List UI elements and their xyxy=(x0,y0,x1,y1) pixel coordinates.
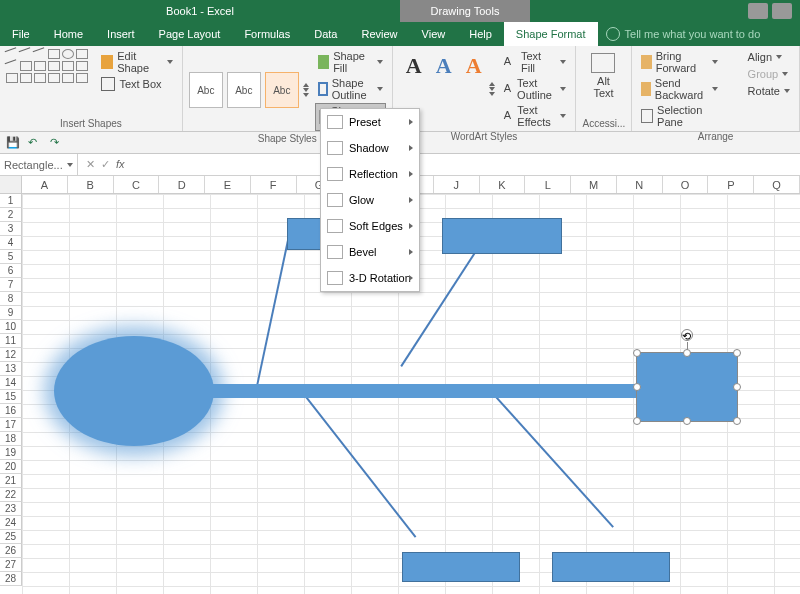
menu-item-drotation[interactable]: 3-D Rotation xyxy=(321,265,419,291)
edit-shape-button[interactable]: Edit Shape xyxy=(98,49,175,75)
tab-view[interactable]: View xyxy=(410,22,458,46)
tab-insert[interactable]: Insert xyxy=(95,22,147,46)
rectangle-shape[interactable] xyxy=(442,218,562,254)
row-header[interactable]: 2 xyxy=(0,208,22,222)
menu-item-reflection[interactable]: Reflection xyxy=(321,161,419,187)
row-header[interactable]: 11 xyxy=(0,334,22,348)
row-header[interactable]: 27 xyxy=(0,558,22,572)
selection-pane-button[interactable]: Selection Pane xyxy=(638,103,720,129)
shape-fill-button[interactable]: Shape Fill xyxy=(315,49,386,75)
tab-help[interactable]: Help xyxy=(457,22,504,46)
row-headers[interactable]: 1234567891011121314151617181920212223242… xyxy=(0,194,22,586)
menu-item-bevel[interactable]: Bevel xyxy=(321,239,419,265)
column-header[interactable]: L xyxy=(525,176,571,193)
column-header[interactable]: O xyxy=(663,176,709,193)
connector-line[interactable] xyxy=(256,226,292,388)
group-button[interactable]: Group xyxy=(727,66,793,82)
column-header[interactable]: C xyxy=(114,176,160,193)
tell-me-search[interactable]: Tell me what you want to do xyxy=(625,28,761,40)
align-button[interactable]: Align xyxy=(727,49,793,65)
column-header[interactable]: Q xyxy=(754,176,800,193)
row-header[interactable]: 19 xyxy=(0,446,22,460)
column-header[interactable]: A xyxy=(22,176,68,193)
resize-handle[interactable] xyxy=(683,417,691,425)
column-header[interactable]: E xyxy=(205,176,251,193)
row-header[interactable]: 7 xyxy=(0,278,22,292)
resize-handle[interactable] xyxy=(733,349,741,357)
row-header[interactable]: 28 xyxy=(0,572,22,586)
menu-item-softedges[interactable]: Soft Edges xyxy=(321,213,419,239)
user-avatar[interactable] xyxy=(772,3,792,19)
text-fill-button[interactable]: AText Fill xyxy=(501,49,570,75)
resize-handle[interactable] xyxy=(683,349,691,357)
text-effects-button[interactable]: AText Effects xyxy=(501,103,570,129)
row-header[interactable]: 26 xyxy=(0,544,22,558)
tab-file[interactable]: File xyxy=(0,22,42,46)
row-header[interactable]: 3 xyxy=(0,222,22,236)
resize-handle[interactable] xyxy=(633,383,641,391)
tab-formulas[interactable]: Formulas xyxy=(232,22,302,46)
menu-item-preset[interactable]: Preset xyxy=(321,109,419,135)
menu-item-shadow[interactable]: Shadow xyxy=(321,135,419,161)
tab-home[interactable]: Home xyxy=(42,22,95,46)
column-header[interactable]: M xyxy=(571,176,617,193)
row-header[interactable]: 12 xyxy=(0,348,22,362)
row-header[interactable]: 21 xyxy=(0,474,22,488)
style-preset[interactable]: Abc xyxy=(189,72,223,108)
send-backward-button[interactable]: Send Backward xyxy=(638,76,720,102)
column-header[interactable]: D xyxy=(159,176,205,193)
tab-page-layout[interactable]: Page Layout xyxy=(147,22,233,46)
ellipse-shape[interactable] xyxy=(54,336,214,446)
user-avatar[interactable] xyxy=(748,3,768,19)
row-header[interactable]: 18 xyxy=(0,432,22,446)
resize-handle[interactable] xyxy=(633,349,641,357)
style-preset[interactable]: Abc xyxy=(227,72,261,108)
row-header[interactable]: 5 xyxy=(0,250,22,264)
shape-outline-button[interactable]: Shape Outline xyxy=(315,76,386,102)
tab-data[interactable]: Data xyxy=(302,22,349,46)
column-header[interactable]: J xyxy=(434,176,480,193)
row-header[interactable]: 14 xyxy=(0,376,22,390)
resize-handle[interactable] xyxy=(633,417,641,425)
row-header[interactable]: 10 xyxy=(0,320,22,334)
column-header[interactable]: N xyxy=(617,176,663,193)
row-header[interactable]: 25 xyxy=(0,530,22,544)
style-preset[interactable]: Abc xyxy=(265,72,299,108)
spine-rectangle[interactable] xyxy=(212,384,637,398)
style-gallery[interactable]: Abc Abc Abc xyxy=(189,49,309,131)
wordart-preset[interactable]: A xyxy=(429,49,459,83)
column-header[interactable]: K xyxy=(480,176,526,193)
menu-item-glow[interactable]: Glow xyxy=(321,187,419,213)
rectangle-shape[interactable] xyxy=(552,552,670,582)
row-header[interactable]: 20 xyxy=(0,460,22,474)
save-icon[interactable]: 💾 xyxy=(6,136,20,150)
row-header[interactable]: 4 xyxy=(0,236,22,250)
fx-icon[interactable]: fx xyxy=(116,158,125,171)
row-header[interactable]: 13 xyxy=(0,362,22,376)
select-all-corner[interactable] xyxy=(0,176,22,194)
connector-line[interactable] xyxy=(304,395,416,538)
bring-forward-button[interactable]: Bring Forward xyxy=(638,49,720,75)
column-header[interactable]: P xyxy=(708,176,754,193)
resize-handle[interactable] xyxy=(733,383,741,391)
redo-icon[interactable]: ↷ xyxy=(50,136,64,150)
row-header[interactable]: 22 xyxy=(0,488,22,502)
row-header[interactable]: 16 xyxy=(0,404,22,418)
row-header[interactable]: 6 xyxy=(0,264,22,278)
text-outline-button[interactable]: AText Outline xyxy=(501,76,570,102)
text-box-button[interactable]: Text Box xyxy=(98,76,175,92)
cancel-icon[interactable]: ✕ xyxy=(86,158,95,171)
connector-line[interactable] xyxy=(492,393,614,528)
row-header[interactable]: 24 xyxy=(0,516,22,530)
rectangle-shape[interactable] xyxy=(402,552,520,582)
row-header[interactable]: 9 xyxy=(0,306,22,320)
undo-icon[interactable]: ↶ xyxy=(28,136,42,150)
tab-review[interactable]: Review xyxy=(349,22,409,46)
wordart-preset[interactable]: A xyxy=(399,49,429,83)
name-box[interactable]: Rectangle... xyxy=(0,154,78,175)
column-header[interactable]: F xyxy=(251,176,297,193)
resize-handle[interactable] xyxy=(733,417,741,425)
row-header[interactable]: 8 xyxy=(0,292,22,306)
rotation-handle[interactable]: ⟲ xyxy=(681,329,693,341)
wordart-preset[interactable]: A xyxy=(459,49,489,83)
